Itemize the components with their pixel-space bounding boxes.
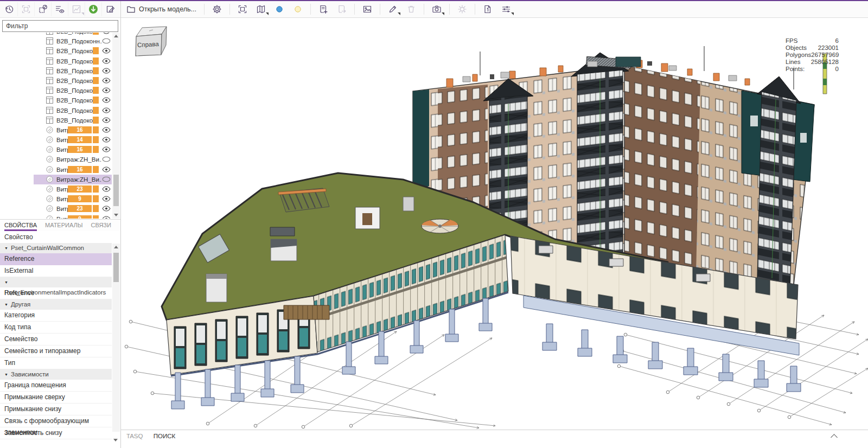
- box-image-button[interactable]: [359, 2, 375, 16]
- tree-item[interactable]: Витр…14: [0, 135, 112, 145]
- tree-item[interactable]: Витраж:ZH_Ви…: [0, 175, 112, 184]
- visibility-eye-icon[interactable]: [102, 206, 111, 212]
- tab-properties[interactable]: СВОЙСТВА: [4, 220, 37, 231]
- visibility-eye-icon[interactable]: [102, 186, 111, 192]
- tree-item[interactable]: В2В_Подоко…: [0, 76, 112, 86]
- tree-scrollbar[interactable]: [112, 33, 120, 219]
- property-row[interactable]: Reference: [0, 253, 112, 265]
- tree-item[interactable]: В2В_Подоко…: [0, 56, 112, 66]
- tree-item[interactable]: Витр…23: [0, 204, 112, 214]
- property-row[interactable]: Категория: [0, 310, 112, 322]
- scroll-up-icon[interactable]: [114, 35, 118, 37]
- properties-scrollbar[interactable]: [112, 244, 120, 432]
- property-group-row[interactable]: ▼Pset_CurtainWallCommon: [0, 243, 112, 253]
- collapse-triangle-icon[interactable]: ▼: [4, 369, 8, 380]
- property-group-row[interactable]: ▼Pset_EnvironmentalImpactIndicators: [0, 277, 112, 287]
- book-add-button[interactable]: [315, 2, 331, 16]
- property-group-row[interactable]: ▼Зависимости: [0, 369, 112, 380]
- dot-blue-button[interactable]: [271, 2, 288, 16]
- properties-scroll-thumb[interactable]: [113, 253, 119, 282]
- open-model-button[interactable]: Открыть модель...: [125, 2, 201, 16]
- pencil-button[interactable]: [385, 2, 401, 16]
- tree-item[interactable]: Витр…9: [0, 214, 112, 219]
- tree-item[interactable]: Витр…9: [0, 194, 112, 204]
- nav-cube-face-label[interactable]: Справа: [137, 41, 159, 48]
- section-book-button[interactable]: [253, 2, 269, 16]
- model-tree[interactable]: В2В_Подоко…В2В_Подоконн…В2В_Подоко…В2В_П…: [0, 33, 112, 219]
- visibility-eye-icon[interactable]: [102, 48, 111, 54]
- scroll-down-icon[interactable]: [114, 214, 118, 216]
- visibility-eye-icon[interactable]: [102, 107, 111, 113]
- frame-button[interactable]: [234, 2, 251, 16]
- visibility-eye-icon[interactable]: [102, 127, 111, 133]
- history-button[interactable]: [1, 2, 18, 16]
- visibility-eye-icon[interactable]: [102, 196, 111, 202]
- property-row[interactable]: Граница помещения: [0, 380, 112, 392]
- camera-button[interactable]: [429, 2, 445, 16]
- tab-links[interactable]: СВЯЗИ: [91, 220, 111, 231]
- visibility-eye-icon[interactable]: [102, 58, 111, 64]
- property-row[interactable]: Семейство: [0, 334, 112, 345]
- property-row[interactable]: Семейство и типоразмер: [0, 345, 112, 357]
- property-row[interactable]: IsExternal: [0, 265, 112, 277]
- visibility-eye-icon[interactable]: [102, 156, 111, 162]
- property-group-row[interactable]: ▼Другая: [0, 299, 112, 310]
- visibility-eye-icon[interactable]: [102, 167, 111, 172]
- tree-item[interactable]: В2В_Подоконн…: [0, 36, 112, 46]
- property-row[interactable]: Зависимость снизу: [0, 427, 112, 439]
- property-row[interactable]: Связь с формообразующим элементом: [0, 415, 112, 427]
- bottom-tab-search[interactable]: ПОИСК: [154, 433, 175, 439]
- tree-item[interactable]: В2В_Подоко…: [0, 86, 112, 95]
- visibility-eye-icon[interactable]: [102, 137, 111, 143]
- bottom-tab-tasq[interactable]: TASQ: [126, 433, 143, 439]
- tree-item[interactable]: В2В_Подоко…: [0, 106, 112, 116]
- tree-item[interactable]: В2В_Подоко…: [0, 46, 112, 56]
- collapse-triangle-icon[interactable]: ▼: [4, 243, 8, 253]
- window-type-icon: [46, 117, 53, 124]
- model-viewport[interactable]: Справа FPS6Objects223001Polygons26757969…: [121, 18, 868, 430]
- property-row[interactable]: Тип: [0, 357, 112, 369]
- visibility-eye-icon[interactable]: [102, 68, 111, 74]
- tree-item[interactable]: В2В_Подоко…: [0, 66, 112, 76]
- visibility-eye-icon[interactable]: [102, 146, 111, 152]
- doc-one-button[interactable]: [480, 2, 496, 16]
- visibility-eye-icon[interactable]: [102, 87, 111, 93]
- property-row[interactable]: Примыкание сверху: [0, 392, 112, 404]
- tree-item[interactable]: В2В_Подоко…: [0, 116, 112, 125]
- tree-scroll-thumb[interactable]: [113, 175, 119, 206]
- expand-panel-chevron-icon[interactable]: [831, 434, 838, 441]
- visibility-eye-icon[interactable]: [102, 216, 111, 219]
- note-edit-button[interactable]: [102, 2, 119, 16]
- gear-button[interactable]: [209, 2, 225, 16]
- visibility-eye-icon[interactable]: [102, 33, 111, 34]
- filter-input[interactable]: [2, 20, 118, 32]
- property-row[interactable]: Код типа: [0, 322, 112, 334]
- isolate-button[interactable]: [35, 2, 52, 16]
- scroll-up-icon[interactable]: [114, 246, 118, 248]
- navigation-cube[interactable]: Справа: [127, 22, 172, 63]
- scroll-down-icon[interactable]: [113, 439, 118, 441]
- sliders-button[interactable]: [498, 2, 514, 16]
- tree-item[interactable]: Витр…16: [0, 165, 112, 175]
- tree-item[interactable]: Витр…23: [0, 184, 112, 194]
- dot-yellow-button[interactable]: [290, 2, 306, 16]
- collapse-triangle-icon[interactable]: ▼: [4, 299, 8, 310]
- property-group-label: Другая: [11, 301, 30, 308]
- tree-item[interactable]: Витраж:ZH_Ви…: [0, 155, 112, 164]
- visibility-eye-icon[interactable]: [102, 78, 111, 84]
- viewport-toolbar-icons: [208, 2, 515, 16]
- tree-item[interactable]: Витр…16: [0, 145, 112, 155]
- tree-item[interactable]: В2В_Подоко…: [0, 95, 112, 105]
- visibility-eye-icon[interactable]: [102, 38, 111, 44]
- sync-button[interactable]: [85, 2, 102, 16]
- toolbar-separator: [229, 4, 230, 15]
- tree-item[interactable]: Витр…16: [0, 125, 112, 135]
- tab-materials[interactable]: МАТЕРИАЛЫ: [45, 220, 82, 231]
- visibility-list-button[interactable]: [52, 2, 68, 16]
- visibility-eye-icon[interactable]: [102, 97, 111, 103]
- visibility-eye-icon[interactable]: [102, 117, 111, 123]
- visibility-eye-icon[interactable]: [102, 176, 111, 182]
- tree-item[interactable]: В2В_Подоко…: [0, 33, 112, 36]
- property-row[interactable]: Примыкание снизу: [0, 404, 112, 415]
- collapse-triangle-icon[interactable]: ▼: [4, 277, 8, 287]
